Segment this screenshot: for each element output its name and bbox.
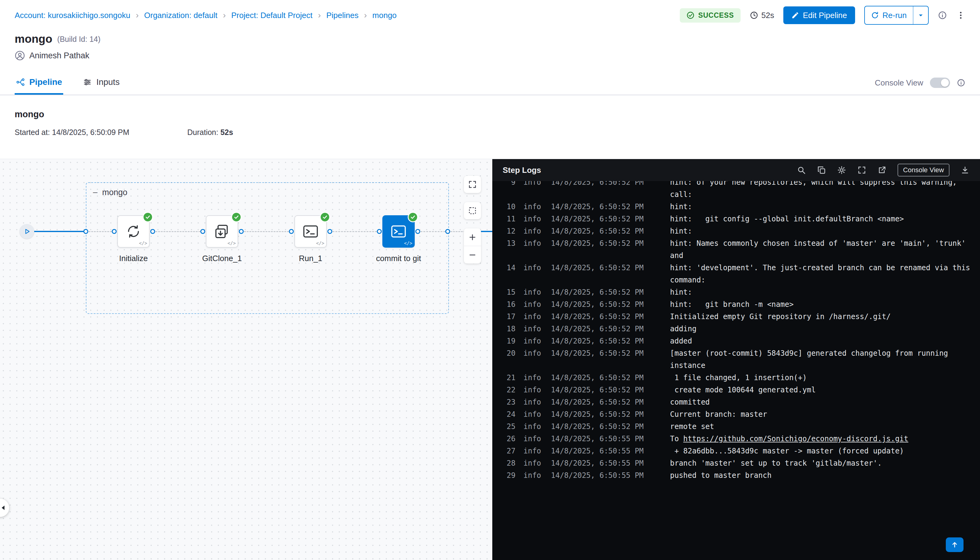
open-in-new-icon[interactable] xyxy=(877,165,887,175)
log-line-number: 23 xyxy=(500,396,515,408)
console-view-info-icon[interactable] xyxy=(957,78,965,87)
breadcrumb-item[interactable]: Account: kurosakiichigo.songoku xyxy=(15,11,130,20)
rerun-refresh-icon xyxy=(871,11,879,19)
log-row: 25info14/8/2025, 6:50:52 PMremote set xyxy=(500,420,975,433)
terminal-icon xyxy=(302,223,319,240)
step-logs-header: Step Logs xyxy=(492,159,980,181)
log-line-number: 24 xyxy=(500,408,515,420)
console-view-toggle[interactable] xyxy=(930,78,950,88)
log-message: create mode 100644 generated.yml xyxy=(670,384,816,396)
pencil-icon xyxy=(791,11,799,19)
log-row: 12info14/8/2025, 6:50:52 PMhint: xyxy=(500,225,975,237)
stage-label: mongo xyxy=(102,188,128,197)
scroll-to-top-button[interactable] xyxy=(946,537,963,552)
log-timestamp: 14/8/2025, 6:50:52 PM xyxy=(551,347,644,359)
step-node-initialize[interactable]: </> Initialize xyxy=(100,215,167,263)
gear-icon[interactable] xyxy=(837,165,846,175)
step-node-gitclone[interactable]: </> GitClone_1 xyxy=(188,215,256,263)
fullscreen-icon[interactable] xyxy=(857,165,867,175)
log-timestamp: 14/8/2025, 6:50:55 PM xyxy=(551,445,644,457)
connector-dot[interactable] xyxy=(83,229,88,234)
nav-expander-button[interactable] xyxy=(0,498,9,517)
log-message: To https://github.com/Sonichigo/economy-… xyxy=(670,433,908,445)
step-logs-panel: Step Logs xyxy=(492,159,980,560)
log-message: hint: xyxy=(670,225,692,237)
step-node-label: Run_1 xyxy=(299,254,322,263)
log-link[interactable]: https://github.com/Sonichigo/economy-dis… xyxy=(683,435,908,443)
breadcrumb-item[interactable]: Project: Default Project xyxy=(231,11,312,20)
pipeline-canvas[interactable]: − mongo xyxy=(0,159,492,560)
log-message: branch 'master' set up to track 'gitlab/… xyxy=(670,457,882,469)
plus-icon xyxy=(468,233,477,242)
rerun-button[interactable]: Re-run xyxy=(864,6,929,25)
edit-pipeline-button[interactable]: Edit Pipeline xyxy=(783,7,855,24)
log-line-number: 10 xyxy=(500,201,515,213)
breadcrumb-item[interactable]: Organization: default xyxy=(144,11,217,20)
connector-dot[interactable] xyxy=(445,229,450,234)
minus-icon xyxy=(468,251,477,259)
zoom-controls xyxy=(464,228,481,263)
step-node-label: commit to git xyxy=(376,254,421,263)
step-node-commit-to-git[interactable]: </> commit to git xyxy=(365,215,432,263)
log-line-number: 29 xyxy=(500,469,515,482)
log-line-number: 25 xyxy=(500,420,515,433)
info-icon[interactable] xyxy=(938,11,947,20)
log-level: info xyxy=(523,469,545,482)
console-view-button[interactable]: Console View xyxy=(898,164,950,177)
git-clone-icon xyxy=(213,223,230,240)
log-line-number: 17 xyxy=(500,310,515,323)
download-icon[interactable] xyxy=(960,165,970,175)
log-message: hint: xyxy=(670,201,692,213)
log-line-number: 26 xyxy=(500,433,515,445)
header-actions: SUCCESS 52s Edit Pipeline xyxy=(680,6,965,25)
log-line-number: 11 xyxy=(500,213,515,225)
log-row: 14info14/8/2025, 6:50:52 PMhint: 'develo… xyxy=(500,262,975,286)
step-node-label: Initialize xyxy=(119,254,148,263)
canvas-fullscreen-button[interactable] xyxy=(464,176,481,193)
log-list[interactable]: 9info14/8/2025, 6:50:52 PMhint: of your … xyxy=(492,181,980,560)
log-row: 18info14/8/2025, 6:50:52 PMadding xyxy=(500,323,975,335)
log-level: info xyxy=(523,457,545,469)
more-options-icon[interactable] xyxy=(956,11,965,20)
log-timestamp: 14/8/2025, 6:50:52 PM xyxy=(551,181,644,188)
log-level: info xyxy=(523,347,545,359)
pipeline-start-node[interactable] xyxy=(20,224,34,239)
rerun-divider xyxy=(913,7,913,24)
duration-indicator: 52s xyxy=(750,11,774,20)
avatar-icon xyxy=(15,50,25,61)
rerun-caret-icon[interactable] xyxy=(913,12,928,19)
log-line-number: 21 xyxy=(500,372,515,384)
log-level: info xyxy=(523,408,545,420)
success-check-icon xyxy=(231,212,242,222)
breadcrumb-separator: › xyxy=(318,11,321,20)
log-level: info xyxy=(523,262,545,274)
search-icon[interactable] xyxy=(797,165,806,175)
log-row: 9info14/8/2025, 6:50:52 PMhint: of your … xyxy=(500,181,975,201)
success-check-icon xyxy=(320,212,330,222)
page-title: mongo xyxy=(15,33,52,45)
canvas-select-button[interactable] xyxy=(464,202,481,219)
log-line-number: 18 xyxy=(500,323,515,335)
copy-icon[interactable] xyxy=(817,165,826,175)
log-message: Current branch: master xyxy=(670,408,767,420)
tab-inputs[interactable]: Inputs xyxy=(82,71,121,95)
log-row: 27info14/8/2025, 6:50:55 PM + 82a6dbb...… xyxy=(500,445,975,457)
log-timestamp: 14/8/2025, 6:50:55 PM xyxy=(551,469,644,482)
log-line-number: 15 xyxy=(500,286,515,298)
log-level: info xyxy=(523,298,545,310)
breadcrumb-item[interactable]: Pipelines xyxy=(326,11,358,20)
log-timestamp: 14/8/2025, 6:50:52 PM xyxy=(551,225,644,237)
log-line-number: 9 xyxy=(500,181,515,188)
breadcrumb-item[interactable]: mongo xyxy=(372,11,397,20)
log-timestamp: 14/8/2025, 6:50:52 PM xyxy=(551,213,644,225)
log-level: info xyxy=(523,310,545,323)
log-message: hint: Names commonly chosen instead of '… xyxy=(670,237,966,262)
log-message: hint: git branch -m <name> xyxy=(670,298,794,310)
title-row: mongo (Build Id: 14) xyxy=(0,30,980,48)
tab-pipeline[interactable]: Pipeline xyxy=(15,71,63,95)
zoom-in-button[interactable] xyxy=(464,228,481,246)
author: Animesh Pathak xyxy=(0,48,980,63)
collapse-stage-icon[interactable]: − xyxy=(93,188,98,197)
step-node-run[interactable]: </> Run_1 xyxy=(277,215,344,263)
zoom-out-button[interactable] xyxy=(464,246,481,263)
